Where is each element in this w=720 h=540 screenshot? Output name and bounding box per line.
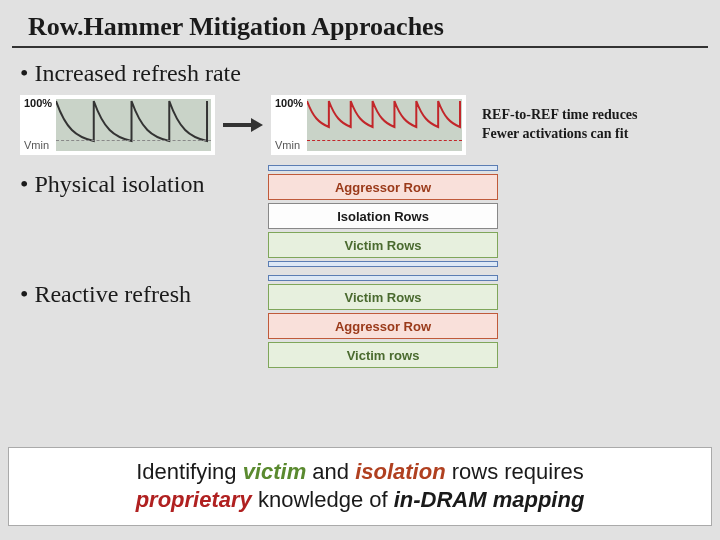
bullet-isolation: • Physical isolation (20, 165, 250, 198)
row-victim-bot: Victim rows (268, 342, 498, 368)
kw-victim: victim (243, 459, 307, 484)
row-aggressor: Aggressor Row (268, 174, 498, 200)
label-100: 100% (24, 97, 52, 109)
row-aggressor: Aggressor Row (268, 313, 498, 339)
isolation-stack: Aggressor Row Isolation Rows Victim Rows (268, 165, 498, 267)
kw-dram: in-DRAM mapping (394, 487, 585, 512)
refresh-diagram-row: 100% Vmin 100% Vmin REF-to-REF time redu… (20, 95, 720, 155)
footer-t3: rows requires (446, 459, 584, 484)
slide-title: Row.Hammer Mitigation Approaches (12, 0, 708, 48)
label-vmin: Vmin (275, 139, 300, 151)
row-victim: Victim Rows (268, 232, 498, 258)
footer-t1: Identifying (136, 459, 242, 484)
ref-annotation: REF-to-REF time reduces Fewer activation… (482, 106, 638, 144)
row-spacer (268, 261, 498, 267)
row-victim-top: Victim Rows (268, 284, 498, 310)
decay-curve-fast-icon (307, 99, 462, 151)
ref-line2: Fewer activations can fit (482, 125, 638, 144)
row-spacer (268, 275, 498, 281)
decay-curve-slow-icon (56, 99, 211, 151)
chart-slow-refresh: 100% Vmin (20, 95, 215, 155)
chart-fast-refresh: 100% Vmin (271, 95, 466, 155)
footer-callout: Identifying victim and isolation rows re… (8, 447, 712, 526)
bullet-refresh: • Increased refresh rate (0, 58, 720, 89)
row-spacer (268, 165, 498, 171)
bullet-reactive: • Reactive refresh (20, 275, 250, 308)
footer-t2: and (306, 459, 355, 484)
reactive-stack: Victim Rows Aggressor Row Victim rows (268, 275, 498, 368)
kw-proprietary: proprietary (136, 487, 252, 512)
footer-t4: knowledge of (252, 487, 394, 512)
kw-isolation: isolation (355, 459, 445, 484)
ref-line1: REF-to-REF time reduces (482, 106, 638, 125)
row-isolation: Isolation Rows (268, 203, 498, 229)
label-100: 100% (275, 97, 303, 109)
label-vmin: Vmin (24, 139, 49, 151)
arrow-right-icon (223, 118, 263, 132)
